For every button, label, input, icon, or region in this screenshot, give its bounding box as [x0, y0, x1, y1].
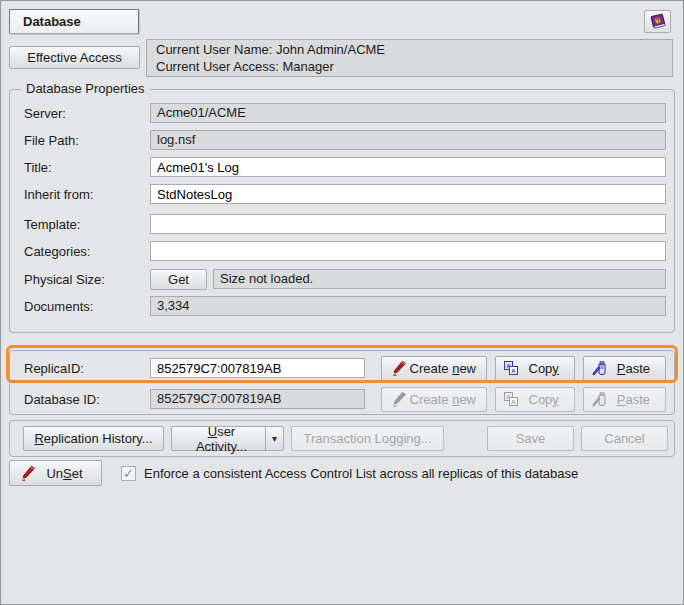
database-id-label: Database ID: — [24, 392, 150, 407]
help-button[interactable]: ? — [644, 10, 671, 33]
cancel-label: Cancel — [604, 431, 644, 446]
acl-checkbox: ✓ — [121, 466, 136, 481]
tab-database[interactable]: Database — [9, 9, 139, 34]
help-book-icon: ? — [649, 13, 667, 30]
categories-row: Categories: — [24, 241, 666, 261]
current-user-name: Current User Name: John Admin/ACME — [156, 41, 663, 58]
title-input[interactable] — [150, 157, 666, 177]
documents-value-field: 3,334 — [150, 296, 666, 316]
paste-replica-id-button[interactable]: Paste — [583, 356, 666, 381]
title-label: Title: — [24, 160, 150, 175]
server-label: Server: — [24, 106, 150, 121]
replica-id-input[interactable] — [150, 358, 365, 378]
unset-label: UnSet — [36, 466, 93, 481]
copy-label: Copy — [521, 361, 567, 376]
create-new-label: Create new — [407, 361, 479, 376]
file-path-value-field: log.nsf — [150, 130, 666, 150]
save-button-disabled: Save — [487, 426, 574, 451]
replication-history-label: Replication History... — [34, 431, 152, 446]
copy-database-id-button-disabled: A A Copy — [495, 387, 575, 412]
inherit-from-input[interactable] — [150, 184, 666, 204]
user-activity-dropdown-arrow-icon[interactable]: ▾ — [265, 427, 277, 450]
paste-label: Paste — [609, 361, 658, 376]
svg-text:A: A — [511, 368, 516, 374]
copy-icon: A A — [503, 360, 521, 377]
inherit-from-row: Inherit from: — [24, 184, 666, 204]
create-new-replica-button[interactable]: Create new — [381, 356, 487, 381]
database-id-row: Database ID: 852579C7:007819AB Create ne… — [24, 386, 666, 412]
inherit-from-label: Inherit from: — [24, 187, 150, 202]
database-id-value-field: 852579C7:007819AB — [150, 389, 365, 409]
database-properties-group-title: Database Properties — [21, 81, 150, 96]
database-properties-group: Database Properties Server: Acme01/ACME … — [9, 89, 675, 333]
file-path-row: File Path: log.nsf — [24, 130, 666, 150]
user-activity-label: User Activity... — [184, 424, 259, 454]
unset-button[interactable]: UnSet — [9, 460, 102, 486]
svg-text:A: A — [511, 399, 516, 405]
current-user-access: Current User Access: Manager — [156, 58, 663, 75]
database-properties-window: Database ? Effective Access Current User… — [0, 0, 684, 605]
acl-checkbox-label: Enforce a consistent Access Control List… — [144, 466, 578, 481]
title-row: Title: — [24, 157, 666, 177]
server-row: Server: Acme01/ACME — [24, 103, 666, 123]
create-new-label: Create new — [407, 392, 479, 407]
cancel-button-disabled: Cancel — [581, 426, 668, 451]
physical-size-value-field: Size not loaded. — [213, 269, 666, 289]
user-activity-button[interactable]: User Activity... ▾ — [171, 426, 284, 451]
transaction-logging-button-disabled: Transaction Logging... — [291, 426, 444, 451]
unset-acl-row: UnSet ✓ Enforce a consistent Access Cont… — [9, 460, 578, 486]
get-size-label: Get — [168, 272, 189, 287]
id-group: ReplicaID: Create new A — [9, 350, 675, 415]
copy-replica-id-button[interactable]: A A Copy — [495, 356, 575, 381]
server-value-field: Acme01/ACME — [150, 103, 666, 123]
physical-size-row: Physical Size: Get Size not loaded. — [24, 269, 666, 289]
paste-label: Paste — [609, 392, 658, 407]
categories-input[interactable] — [150, 241, 666, 261]
template-row: Template: — [24, 214, 666, 234]
replica-id-label: ReplicaID: — [24, 361, 150, 376]
copy-label: Copy — [521, 392, 567, 407]
paste-database-id-button-disabled: Paste — [583, 387, 666, 412]
create-new-database-id-button-disabled: Create new — [381, 387, 487, 412]
replica-id-row: ReplicaID: Create new A — [24, 355, 666, 381]
get-size-button[interactable]: Get — [150, 269, 207, 290]
transaction-logging-label: Transaction Logging... — [303, 431, 431, 446]
tab-database-label: Database — [23, 14, 81, 29]
categories-label: Categories: — [24, 244, 150, 259]
physical-size-label: Physical Size: — [24, 272, 150, 287]
template-label: Template: — [24, 217, 150, 232]
file-path-label: File Path: — [24, 133, 150, 148]
red-pen-icon — [389, 360, 407, 377]
documents-row: Documents: 3,334 — [24, 296, 666, 316]
effective-access-button[interactable]: Effective Access — [9, 46, 140, 69]
documents-label: Documents: — [24, 299, 150, 314]
replication-history-button[interactable]: Replication History... — [23, 426, 164, 451]
template-input[interactable] — [150, 214, 666, 234]
actions-group: Replication History... User Activity... … — [9, 420, 675, 457]
save-label: Save — [516, 431, 546, 446]
current-user-info-panel: Current User Name: John Admin/ACME Curre… — [146, 39, 673, 77]
red-pen-icon-disabled — [389, 391, 407, 408]
effective-access-label: Effective Access — [27, 50, 121, 65]
paste-icon-disabled — [591, 391, 609, 408]
red-pen-icon — [18, 465, 36, 482]
paste-icon — [591, 360, 609, 377]
copy-icon-disabled: A A — [503, 391, 521, 408]
